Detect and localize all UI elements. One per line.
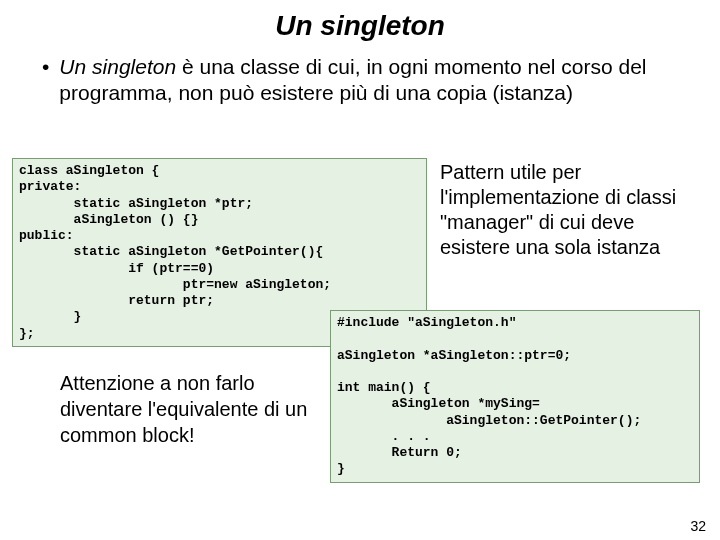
code-box-main: #include "aSingleton.h" aSingleton *aSin… <box>330 310 700 483</box>
page-number: 32 <box>690 518 706 534</box>
bullet-paragraph: • Un singleton è una classe di cui, in o… <box>60 54 682 107</box>
pattern-note: Pattern utile per l'implementazione di c… <box>440 160 700 260</box>
bullet-dot: • <box>42 54 49 80</box>
slide-title: Un singleton <box>0 10 720 42</box>
bullet-text: Un singleton è una classe di cui, in ogn… <box>59 54 682 107</box>
warning-note: Attenzione a non farlo diventare l'equiv… <box>60 370 310 448</box>
bullet-em: Un singleton <box>59 55 176 78</box>
